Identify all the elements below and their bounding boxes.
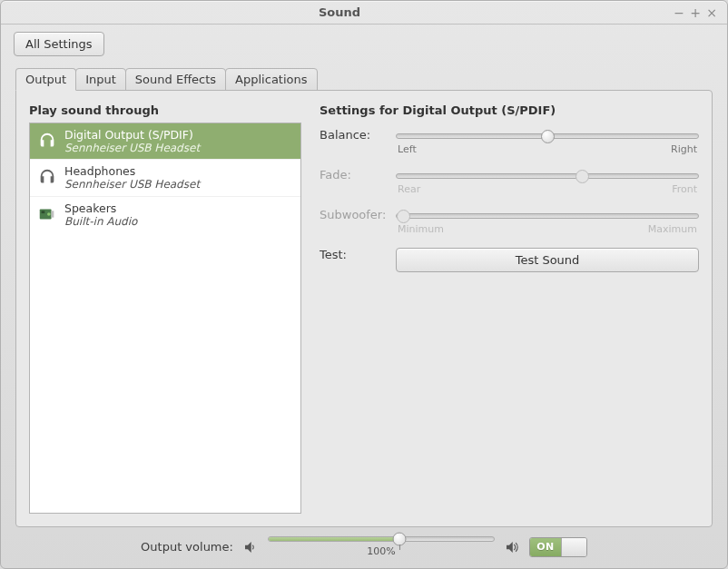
device-speakers[interactable]: Speakers Built-in Audio — [30, 197, 300, 232]
device-digital-output[interactable]: Digital Output (S/PDIF) Sennheiser USB H… — [30, 123, 300, 160]
sound-settings-window: Sound − + × All Settings Output Input So… — [0, 0, 728, 569]
headset-icon — [37, 132, 57, 152]
device-sub: Sennheiser USB Headset — [64, 142, 200, 154]
balance-right-label: Right — [671, 143, 697, 155]
fade-label: Fade: — [320, 168, 389, 181]
window-title: Sound — [8, 5, 671, 19]
output-volume-label: Output volume: — [141, 540, 233, 554]
subwoofer-slider — [396, 213, 699, 219]
maximize-button[interactable]: + — [687, 5, 703, 21]
subwoofer-label: Subwoofer: — [320, 208, 389, 221]
balance-row: Balance: Left Right — [320, 128, 699, 155]
test-row: Test: Test Sound — [320, 248, 699, 272]
all-settings-button[interactable]: All Settings — [14, 32, 104, 56]
balance-label: Balance: — [320, 128, 389, 142]
svg-rect-1 — [42, 211, 45, 214]
output-tab-panel: Play sound through Digital Output (S/PDI… — [15, 90, 713, 527]
output-mute-switch[interactable]: ON — [529, 537, 587, 557]
output-device-list[interactable]: Digital Output (S/PDIF) Sennheiser USB H… — [29, 123, 301, 514]
settings-for-header: Settings for Digital Output (S/PDIF) — [320, 103, 699, 117]
device-sub: Sennheiser USB Headset — [64, 178, 200, 191]
volume-high-icon — [504, 539, 520, 555]
svg-rect-3 — [52, 211, 54, 218]
tab-sound-effects[interactable]: Sound Effects — [125, 68, 226, 91]
test-sound-button[interactable]: Test Sound — [396, 248, 699, 272]
test-label: Test: — [320, 248, 389, 261]
toolbar: All Settings — [1, 25, 727, 60]
device-name: Speakers — [64, 201, 137, 215]
device-sub: Built-in Audio — [64, 215, 137, 228]
play-through-header: Play sound through — [29, 103, 301, 117]
switch-on-label: ON — [530, 538, 561, 556]
sound-card-icon — [37, 204, 57, 224]
tabs-row: Output Input Sound Effects Applications — [15, 60, 713, 90]
close-button[interactable]: × — [703, 5, 720, 21]
output-volume-bar: Output volume: 100% ON — [1, 527, 727, 568]
subwoofer-row: Subwoofer: Minimum Maximum — [320, 208, 699, 235]
fade-row: Fade: Rear Front — [320, 168, 699, 195]
fade-right-label: Front — [672, 183, 697, 195]
fade-slider — [396, 173, 699, 179]
balance-left-label: Left — [398, 143, 417, 155]
output-volume-slider[interactable] — [268, 536, 495, 542]
device-headphones[interactable]: Headphones Sennheiser USB Headset — [30, 160, 300, 196]
titlebar: Sound − + × — [1, 1, 727, 25]
switch-knob — [561, 538, 586, 556]
subwoofer-right-label: Maximum — [648, 223, 697, 235]
device-name: Digital Output (S/PDIF) — [64, 128, 200, 142]
volume-low-icon — [242, 539, 259, 555]
output-volume-percent: 100% — [367, 545, 395, 557]
headset-icon — [37, 168, 57, 188]
balance-slider[interactable] — [396, 133, 699, 139]
tab-output[interactable]: Output — [15, 68, 76, 91]
tab-input[interactable]: Input — [75, 68, 126, 91]
tab-applications[interactable]: Applications — [225, 68, 317, 91]
fade-left-label: Rear — [398, 183, 420, 195]
device-name: Headphones — [64, 164, 200, 178]
minimize-button[interactable]: − — [671, 5, 687, 21]
svg-point-2 — [47, 213, 51, 217]
subwoofer-left-label: Minimum — [398, 223, 444, 235]
